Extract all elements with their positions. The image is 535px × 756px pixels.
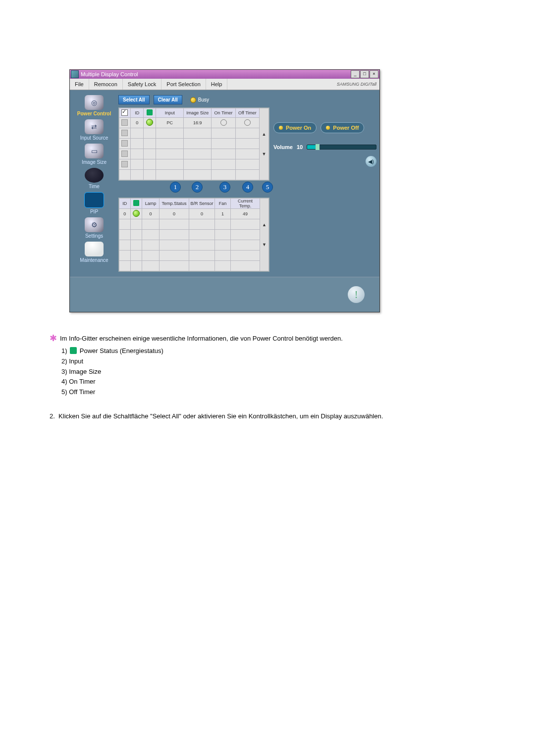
- table-row[interactable]: [119, 251, 269, 261]
- speaker-icon[interactable]: ◀): [366, 156, 376, 167]
- power-control-icon: ◎: [85, 95, 104, 110]
- off-timer-icon: [244, 119, 251, 126]
- minimize-button[interactable]: _: [351, 70, 360, 78]
- row-checkbox[interactable]: [121, 151, 128, 157]
- maximize-button[interactable]: □: [360, 70, 369, 78]
- star-icon: ✱: [50, 334, 57, 342]
- menu-port-selection[interactable]: Port Selection: [161, 79, 206, 90]
- sidebar-label: Input Source: [73, 135, 115, 141]
- row-checkbox[interactable]: [121, 119, 128, 126]
- list-item: 1) Power Status (Energiestatus): [61, 347, 481, 356]
- image-size-icon: ▭: [85, 144, 104, 158]
- table-row[interactable]: [119, 219, 269, 230]
- sidebar-label: Settings: [73, 233, 115, 239]
- row-checkbox[interactable]: [121, 140, 128, 147]
- sidebar-item-image-size[interactable]: ▭ Image Size: [73, 144, 115, 165]
- col-image-size: Image Size: [184, 108, 212, 118]
- cell-id: 0: [119, 209, 131, 219]
- cell-id: 0: [130, 118, 144, 128]
- right-panel: Power On Power Off Volume 10: [269, 107, 376, 272]
- info-grid-1[interactable]: ID Input Image Size On Timer Off Timer ▲…: [118, 107, 269, 181]
- slider-thumb[interactable]: [316, 144, 320, 150]
- col-on-timer: On Timer: [212, 108, 235, 118]
- maintenance-icon: [85, 242, 104, 256]
- callouts: 1 2 3 4 5: [118, 182, 269, 196]
- document-text: ✱ Im Info-Gitter erscheinen einige wesen…: [50, 334, 481, 421]
- table-row[interactable]: [119, 261, 269, 271]
- close-button[interactable]: ×: [370, 70, 378, 78]
- power-off-button[interactable]: Power Off: [321, 122, 364, 133]
- sidebar-item-settings[interactable]: ⚙ Settings: [73, 217, 115, 239]
- table-row[interactable]: [119, 149, 269, 159]
- callout-1: 1: [170, 182, 181, 193]
- table-row[interactable]: 0 0 0 0 1 49: [119, 209, 269, 219]
- on-timer-icon: [220, 119, 227, 126]
- menu-help[interactable]: Help: [206, 79, 228, 90]
- row-checkbox[interactable]: [121, 130, 128, 136]
- sidebar: ◎ Power Control ⇄ Input Source ▭ Image S…: [73, 95, 115, 272]
- clear-all-button[interactable]: Clear All: [154, 95, 182, 104]
- power-on-button[interactable]: Power On: [273, 122, 317, 133]
- table-row[interactable]: [119, 170, 269, 180]
- cell-input: PC: [156, 118, 184, 128]
- col-off-timer: Off Timer: [235, 108, 259, 118]
- settings-icon: ⚙: [85, 217, 104, 232]
- select-all-button[interactable]: Select All: [118, 95, 150, 104]
- scrollbar[interactable]: ▲▼: [260, 108, 269, 180]
- sidebar-item-input-source[interactable]: ⇄ Input Source: [73, 119, 115, 141]
- col-fan: Fan: [215, 199, 231, 209]
- col-power-icon: [133, 200, 139, 206]
- busy-dot-icon: [190, 97, 196, 103]
- volume-label: Volume: [273, 144, 293, 150]
- table-row[interactable]: [119, 230, 269, 240]
- power-on-label: Power On: [286, 125, 311, 131]
- cell-image-size: 16:9: [184, 118, 212, 128]
- col-id: ID: [130, 108, 144, 118]
- col-power-icon: [147, 109, 153, 115]
- pip-icon: [84, 192, 104, 208]
- cell-current-temp: 49: [231, 209, 260, 219]
- sidebar-item-pip[interactable]: PIP: [73, 192, 115, 214]
- header-checkbox-icon[interactable]: [121, 109, 128, 116]
- col-br-sensor: B/R Sensor: [189, 199, 214, 209]
- power-off-label: Power Off: [333, 125, 359, 131]
- sidebar-item-power-control[interactable]: ◎ Power Control: [73, 95, 115, 116]
- app-icon: [71, 70, 79, 78]
- table-row[interactable]: 0 PC 16:9: [119, 118, 269, 128]
- cell-lamp: 0: [142, 209, 160, 219]
- list-item: 3) Image Size: [61, 367, 481, 377]
- power-status-icon: [146, 119, 153, 126]
- sidebar-label: Power Control: [73, 111, 115, 116]
- info-grid-2[interactable]: ID Lamp Temp.Status B/R Sensor Fan Curre…: [118, 198, 269, 272]
- sidebar-item-time[interactable]: Time: [73, 168, 115, 189]
- power-status-icon: [133, 210, 140, 217]
- callout-2: 2: [192, 182, 203, 193]
- sidebar-item-maintenance[interactable]: Maintenance: [73, 242, 115, 263]
- brand-label: SAMSUNG DIGITall: [337, 82, 379, 87]
- table-row[interactable]: [119, 128, 269, 139]
- list-item: 4) On Timer: [61, 377, 481, 387]
- step-2: 2. Klicken Sie auf die Schaltfläche "Sel…: [50, 412, 481, 421]
- app-screenshot: Multiple Display Control _ □ × File Remo…: [69, 69, 535, 312]
- titlebar: Multiple Display Control _ □ ×: [70, 70, 379, 79]
- intro-text: Im Info-Gitter erscheinen einige wesentl…: [60, 334, 343, 344]
- menu-remocon[interactable]: Remocon: [89, 79, 123, 90]
- callout-3: 3: [219, 182, 230, 193]
- info-icon[interactable]: !: [348, 286, 365, 303]
- list-item: 2) Input: [61, 357, 481, 366]
- power-dot-icon: [326, 126, 330, 130]
- menu-file[interactable]: File: [70, 79, 89, 90]
- col-temp-status: Temp.Status: [160, 199, 189, 209]
- cell-temp-status: 0: [160, 209, 189, 219]
- table-row[interactable]: [119, 240, 269, 251]
- window-title: Multiple Display Control: [81, 71, 350, 77]
- menu-safety-lock[interactable]: Safety Lock: [123, 79, 161, 90]
- sidebar-label: Time: [73, 184, 115, 189]
- row-checkbox[interactable]: [121, 161, 128, 167]
- table-row[interactable]: [119, 139, 269, 149]
- list-item: 5) Off Timer: [61, 388, 481, 397]
- sidebar-label: Maintenance: [73, 257, 115, 263]
- volume-slider[interactable]: [307, 145, 376, 150]
- table-row[interactable]: [119, 159, 269, 170]
- scrollbar[interactable]: ▲▼: [260, 199, 268, 271]
